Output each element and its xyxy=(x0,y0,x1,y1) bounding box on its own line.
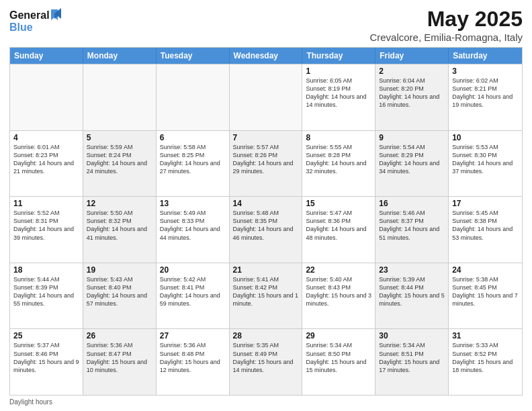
cell-text: Sunrise: 6:01 AM Sunset: 8:23 PM Dayligh… xyxy=(13,143,79,176)
cell-text: Sunrise: 5:36 AM Sunset: 8:48 PM Dayligh… xyxy=(160,341,226,374)
cell-text: Sunrise: 5:49 AM Sunset: 8:33 PM Dayligh… xyxy=(160,209,226,242)
cal-header-thursday: Thursday xyxy=(302,48,375,64)
cal-row-3: 18Sunrise: 5:44 AM Sunset: 8:39 PM Dayli… xyxy=(10,263,522,329)
day-number: 16 xyxy=(379,199,445,208)
cell-text: Sunrise: 5:48 AM Sunset: 8:35 PM Dayligh… xyxy=(233,209,299,242)
cell-text: Sunrise: 5:53 AM Sunset: 8:30 PM Dayligh… xyxy=(452,143,519,176)
cal-cell-12: 12Sunrise: 5:50 AM Sunset: 8:32 PM Dayli… xyxy=(83,197,157,263)
cell-text: Sunrise: 5:36 AM Sunset: 8:47 PM Dayligh… xyxy=(87,341,152,374)
day-number: 13 xyxy=(160,199,226,208)
day-number: 26 xyxy=(87,331,152,340)
page: General Blue May 2025 Crevalcore, Emilia… xyxy=(0,0,532,411)
cell-text: Sunrise: 5:34 AM Sunset: 8:51 PM Dayligh… xyxy=(379,341,445,374)
cell-text: Sunrise: 5:40 AM Sunset: 8:43 PM Dayligh… xyxy=(306,275,371,308)
calendar-header-row: SundayMondayTuesdayWednesdayThursdayFrid… xyxy=(10,48,522,64)
day-number: 30 xyxy=(379,331,445,340)
day-number: 21 xyxy=(233,265,299,275)
day-number: 10 xyxy=(452,133,519,142)
cal-cell-23: 23Sunrise: 5:39 AM Sunset: 8:44 PM Dayli… xyxy=(375,263,449,329)
day-number: 28 xyxy=(233,331,299,340)
day-number: 25 xyxy=(13,331,79,340)
calendar-body: 1Sunrise: 6:05 AM Sunset: 8:19 PM Daylig… xyxy=(10,64,522,395)
cell-text: Sunrise: 5:46 AM Sunset: 8:37 PM Dayligh… xyxy=(379,209,445,242)
cell-text: Sunrise: 6:04 AM Sunset: 8:20 PM Dayligh… xyxy=(379,77,445,109)
day-number: 19 xyxy=(87,265,152,275)
subtitle: Crevalcore, Emilia-Romagna, Italy xyxy=(369,32,523,43)
cal-header-sunday: Sunday xyxy=(10,48,83,64)
cell-text: Sunrise: 5:37 AM Sunset: 8:46 PM Dayligh… xyxy=(13,341,79,374)
cell-text: Sunrise: 5:35 AM Sunset: 8:49 PM Dayligh… xyxy=(233,341,299,374)
cal-header-wednesday: Wednesday xyxy=(230,48,303,64)
cal-cell-25: 25Sunrise: 5:37 AM Sunset: 8:46 PM Dayli… xyxy=(10,329,83,395)
cell-text: Sunrise: 5:54 AM Sunset: 8:29 PM Dayligh… xyxy=(379,143,445,176)
cell-text: Sunrise: 5:45 AM Sunset: 8:38 PM Dayligh… xyxy=(452,209,519,242)
day-number: 5 xyxy=(87,133,152,142)
header: General Blue May 2025 Crevalcore, Emilia… xyxy=(9,7,523,43)
footer-note: Daylight hours xyxy=(9,398,523,406)
day-number: 12 xyxy=(87,199,152,208)
day-number: 29 xyxy=(306,331,371,340)
cell-text: Sunrise: 5:52 AM Sunset: 8:31 PM Dayligh… xyxy=(13,209,79,242)
cal-cell-16: 16Sunrise: 5:46 AM Sunset: 8:37 PM Dayli… xyxy=(375,197,449,263)
cal-cell-6: 6Sunrise: 5:58 AM Sunset: 8:25 PM Daylig… xyxy=(157,131,230,197)
cal-cell-27: 27Sunrise: 5:36 AM Sunset: 8:48 PM Dayli… xyxy=(157,329,230,395)
cell-text: Sunrise: 5:57 AM Sunset: 8:26 PM Dayligh… xyxy=(233,143,299,176)
cal-row-2: 11Sunrise: 5:52 AM Sunset: 8:31 PM Dayli… xyxy=(10,196,522,263)
cal-cell-18: 18Sunrise: 5:44 AM Sunset: 8:39 PM Dayli… xyxy=(10,263,83,329)
cell-text: Sunrise: 5:42 AM Sunset: 8:41 PM Dayligh… xyxy=(160,275,226,308)
logo-area: General Blue xyxy=(9,7,70,38)
cal-row-4: 25Sunrise: 5:37 AM Sunset: 8:46 PM Dayli… xyxy=(10,328,522,395)
cell-text: Sunrise: 5:47 AM Sunset: 8:36 PM Dayligh… xyxy=(306,209,371,242)
cal-cell-10: 10Sunrise: 5:53 AM Sunset: 8:30 PM Dayli… xyxy=(449,131,522,197)
day-number: 14 xyxy=(233,199,299,208)
cal-cell-26: 26Sunrise: 5:36 AM Sunset: 8:47 PM Dayli… xyxy=(83,329,157,395)
day-number: 11 xyxy=(13,199,79,208)
cal-cell-30: 30Sunrise: 5:34 AM Sunset: 8:51 PM Dayli… xyxy=(375,329,449,395)
cell-text: Sunrise: 5:59 AM Sunset: 8:24 PM Dayligh… xyxy=(87,143,152,176)
day-number: 24 xyxy=(452,265,519,275)
cal-cell-31: 31Sunrise: 5:33 AM Sunset: 8:52 PM Dayli… xyxy=(449,329,522,395)
cal-cell-4: 4Sunrise: 6:01 AM Sunset: 8:23 PM Daylig… xyxy=(10,131,83,197)
cal-cell-17: 17Sunrise: 5:45 AM Sunset: 8:38 PM Dayli… xyxy=(449,197,522,263)
day-number: 9 xyxy=(379,133,445,142)
cal-header-tuesday: Tuesday xyxy=(157,48,230,64)
cal-cell-29: 29Sunrise: 5:34 AM Sunset: 8:50 PM Dayli… xyxy=(302,329,375,395)
cal-cell-13: 13Sunrise: 5:49 AM Sunset: 8:33 PM Dayli… xyxy=(157,197,230,263)
cell-text: Sunrise: 5:44 AM Sunset: 8:39 PM Dayligh… xyxy=(13,275,79,308)
day-number: 22 xyxy=(306,265,371,275)
cal-cell-20: 20Sunrise: 5:42 AM Sunset: 8:41 PM Dayli… xyxy=(157,263,230,329)
cal-cell-9: 9Sunrise: 5:54 AM Sunset: 8:29 PM Daylig… xyxy=(375,131,449,197)
cell-text: Sunrise: 5:50 AM Sunset: 8:32 PM Dayligh… xyxy=(87,209,152,242)
cell-text: Sunrise: 5:43 AM Sunset: 8:40 PM Dayligh… xyxy=(87,275,152,308)
cal-cell-28: 28Sunrise: 5:35 AM Sunset: 8:49 PM Dayli… xyxy=(230,329,303,395)
day-number: 3 xyxy=(452,66,519,76)
logo: General Blue xyxy=(9,7,70,38)
main-title: May 2025 xyxy=(369,7,523,32)
day-number: 31 xyxy=(452,331,519,340)
day-number: 27 xyxy=(160,331,226,340)
cal-cell-8: 8Sunrise: 5:55 AM Sunset: 8:28 PM Daylig… xyxy=(302,131,375,197)
cal-cell-empty-0 xyxy=(10,64,83,130)
cal-row-1: 4Sunrise: 6:01 AM Sunset: 8:23 PM Daylig… xyxy=(10,130,522,197)
day-number: 15 xyxy=(306,199,371,208)
day-number: 2 xyxy=(379,66,445,76)
cal-cell-empty-2 xyxy=(157,64,230,130)
cal-cell-15: 15Sunrise: 5:47 AM Sunset: 8:36 PM Dayli… xyxy=(302,197,375,263)
cell-text: Sunrise: 5:38 AM Sunset: 8:45 PM Dayligh… xyxy=(452,275,519,308)
cell-text: Sunrise: 5:39 AM Sunset: 8:44 PM Dayligh… xyxy=(379,275,445,308)
cal-cell-7: 7Sunrise: 5:57 AM Sunset: 8:26 PM Daylig… xyxy=(230,131,303,197)
cal-cell-empty-3 xyxy=(230,64,303,130)
cell-text: Sunrise: 5:41 AM Sunset: 8:42 PM Dayligh… xyxy=(233,275,299,308)
svg-text:General: General xyxy=(9,9,50,21)
cal-header-monday: Monday xyxy=(83,48,157,64)
cal-cell-19: 19Sunrise: 5:43 AM Sunset: 8:40 PM Dayli… xyxy=(83,263,157,329)
cal-cell-5: 5Sunrise: 5:59 AM Sunset: 8:24 PM Daylig… xyxy=(83,131,157,197)
day-number: 1 xyxy=(306,66,371,76)
calendar: SundayMondayTuesdayWednesdayThursdayFrid… xyxy=(9,47,523,396)
cal-cell-3: 3Sunrise: 6:02 AM Sunset: 8:21 PM Daylig… xyxy=(449,64,522,130)
cell-text: Sunrise: 6:02 AM Sunset: 8:21 PM Dayligh… xyxy=(452,77,519,109)
day-number: 18 xyxy=(13,265,79,275)
cell-text: Sunrise: 5:33 AM Sunset: 8:52 PM Dayligh… xyxy=(452,341,519,374)
day-number: 6 xyxy=(160,133,226,142)
cal-row-0: 1Sunrise: 6:05 AM Sunset: 8:19 PM Daylig… xyxy=(10,64,522,130)
